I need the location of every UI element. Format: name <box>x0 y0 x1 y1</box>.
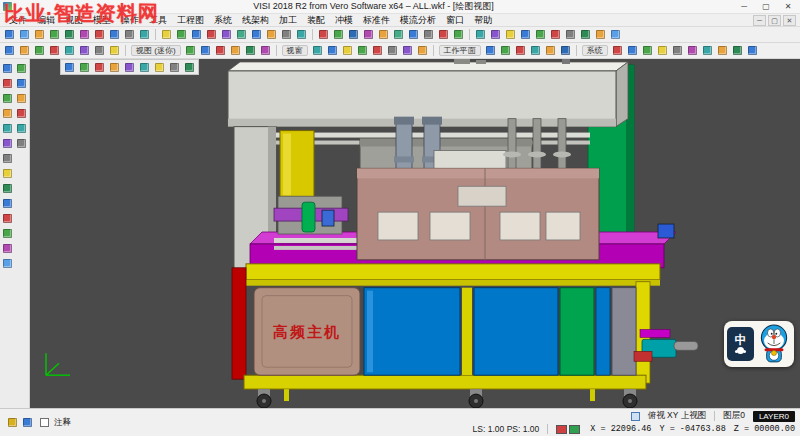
tool-icon[interactable] <box>228 44 243 58</box>
scale-info[interactable]: LS: 1.00 PS: 1.00 <box>473 424 540 434</box>
tool-icon[interactable] <box>249 28 264 42</box>
tool-icon[interactable] <box>92 60 107 74</box>
tool-icon[interactable] <box>715 44 730 58</box>
toolbar-group-window[interactable]: 视窗 <box>282 45 308 56</box>
tool-icon[interactable] <box>182 60 197 74</box>
tool-icon[interactable] <box>608 28 623 42</box>
tool-icon[interactable] <box>15 61 29 76</box>
tool-icon[interactable] <box>1 196 15 211</box>
tool-icon[interactable] <box>593 28 608 42</box>
tool-icon[interactable] <box>730 44 745 58</box>
tool-icon[interactable] <box>518 28 533 42</box>
tool-icon[interactable] <box>498 44 513 58</box>
tool-icon[interactable] <box>451 28 466 42</box>
tool-icon[interactable] <box>483 44 498 58</box>
tool-icon[interactable] <box>47 28 62 42</box>
tool-icon[interactable] <box>15 76 29 91</box>
menu-item[interactable]: 窗口 <box>441 14 469 27</box>
tool-icon[interactable] <box>385 44 400 58</box>
tool-icon[interactable] <box>610 44 625 58</box>
tool-icon[interactable] <box>513 44 528 58</box>
tool-icon[interactable] <box>183 44 198 58</box>
tool-icon[interactable] <box>376 28 391 42</box>
tool-icon[interactable] <box>15 136 29 151</box>
tool-icon[interactable] <box>1 151 15 166</box>
tool-icon[interactable] <box>558 44 573 58</box>
tool-icon[interactable] <box>640 44 655 58</box>
tool-icon[interactable] <box>62 28 77 42</box>
tool-icon[interactable] <box>92 44 107 58</box>
tool-icon[interactable] <box>264 28 279 42</box>
maximize-button[interactable]: ▢ <box>757 0 775 13</box>
layer-text[interactable]: 图层0 <box>723 410 745 422</box>
tool-icon[interactable] <box>1 76 15 91</box>
tool-icon[interactable] <box>5 416 20 430</box>
tool-icon[interactable] <box>1 106 15 121</box>
tool-icon[interactable] <box>219 28 234 42</box>
tool-icon[interactable] <box>1 136 15 151</box>
menu-item[interactable]: 模型 <box>88 14 116 27</box>
tool-icon[interactable] <box>415 44 430 58</box>
tool-icon[interactable] <box>2 44 17 58</box>
tool-icon[interactable] <box>294 28 309 42</box>
tool-icon[interactable] <box>77 60 92 74</box>
tool-icon[interactable] <box>528 44 543 58</box>
tool-icon[interactable] <box>1 226 15 241</box>
tool-icon[interactable] <box>32 28 47 42</box>
tool-icon[interactable] <box>62 44 77 58</box>
tool-icon[interactable] <box>310 44 325 58</box>
tool-icon[interactable] <box>331 28 346 42</box>
tool-icon[interactable] <box>107 28 122 42</box>
menu-item[interactable]: 编辑 <box>32 14 60 27</box>
tool-icon[interactable] <box>17 44 32 58</box>
menu-item[interactable]: 系统 <box>209 14 237 27</box>
tool-icon[interactable] <box>340 44 355 58</box>
menu-item[interactable]: 线架构 <box>237 14 274 27</box>
tool-icon[interactable] <box>355 44 370 58</box>
mdi-restore-button[interactable]: ▢ <box>768 15 781 26</box>
tool-icon[interactable] <box>700 44 715 58</box>
menu-item[interactable]: 操作 <box>116 14 144 27</box>
tool-icon[interactable] <box>563 28 578 42</box>
tool-icon[interactable] <box>670 44 685 58</box>
tool-icon[interactable] <box>543 44 558 58</box>
tool-icon[interactable] <box>15 106 29 121</box>
tool-icon[interactable] <box>137 28 152 42</box>
tool-icon[interactable] <box>533 28 548 42</box>
tool-icon[interactable] <box>107 60 122 74</box>
tool-icon[interactable] <box>370 44 385 58</box>
viewport-3d[interactable]: 高频主机 <box>30 59 800 408</box>
tool-icon[interactable] <box>325 44 340 58</box>
annotation-checkbox[interactable] <box>40 418 49 427</box>
tool-icon[interactable] <box>361 28 376 42</box>
tool-icon[interactable] <box>436 28 451 42</box>
view-info[interactable]: 俯视 XY 上视图 <box>648 410 706 422</box>
mdi-close-button[interactable]: ✕ <box>783 15 796 26</box>
tool-icon[interactable] <box>198 44 213 58</box>
tool-icon[interactable] <box>234 28 249 42</box>
tool-icon[interactable] <box>15 91 29 106</box>
tool-icon[interactable] <box>137 60 152 74</box>
toolbar-group-view-mini[interactable]: 视图 (迷你) <box>131 45 181 56</box>
tool-icon[interactable] <box>159 28 174 42</box>
tool-icon[interactable] <box>77 44 92 58</box>
toolbar-group-system[interactable]: 系统 <box>582 45 608 56</box>
close-button[interactable]: ✕ <box>779 0 797 13</box>
tool-icon[interactable] <box>346 28 361 42</box>
tool-icon[interactable] <box>655 44 670 58</box>
tool-icon[interactable] <box>625 44 640 58</box>
minimize-button[interactable]: ─ <box>735 0 753 13</box>
tool-icon[interactable] <box>1 211 15 226</box>
tool-icon[interactable] <box>167 60 182 74</box>
tool-icon[interactable] <box>316 28 331 42</box>
tool-icon[interactable] <box>1 121 15 136</box>
tool-icon[interactable] <box>488 28 503 42</box>
tool-icon[interactable] <box>243 44 258 58</box>
menu-item[interactable]: 模流分析 <box>395 14 441 27</box>
tool-icon[interactable] <box>1 181 15 196</box>
tool-icon[interactable] <box>258 44 273 58</box>
tool-icon[interactable] <box>421 28 436 42</box>
tool-icon[interactable] <box>406 28 421 42</box>
tool-icon[interactable] <box>1 61 15 76</box>
tool-icon[interactable] <box>745 44 760 58</box>
